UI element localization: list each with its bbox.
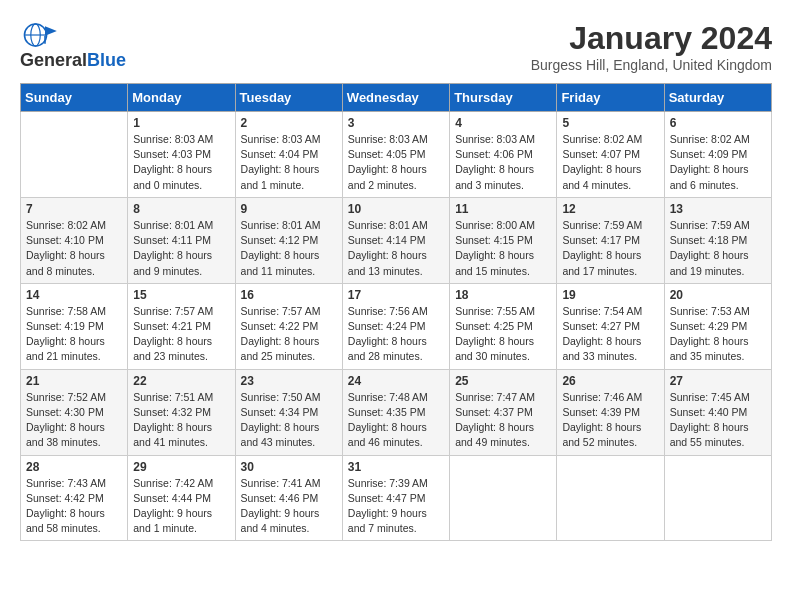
day-info: Sunrise: 7:57 AM Sunset: 4:21 PM Dayligh… — [133, 304, 229, 365]
day-number: 4 — [455, 116, 551, 130]
calendar-cell: 17 Sunrise: 7:56 AM Sunset: 4:24 PM Dayl… — [342, 283, 449, 369]
day-number: 1 — [133, 116, 229, 130]
sunset: Sunset: 4:25 PM — [455, 320, 533, 332]
daylight: Daylight: 8 hours and 58 minutes. — [26, 507, 105, 534]
day-info: Sunrise: 7:51 AM Sunset: 4:32 PM Dayligh… — [133, 390, 229, 451]
daylight: Daylight: 9 hours and 1 minute. — [133, 507, 212, 534]
sunrise: Sunrise: 8:01 AM — [241, 219, 321, 231]
sunrise: Sunrise: 7:42 AM — [133, 477, 213, 489]
calendar-cell: 20 Sunrise: 7:53 AM Sunset: 4:29 PM Dayl… — [664, 283, 771, 369]
day-info: Sunrise: 7:46 AM Sunset: 4:39 PM Dayligh… — [562, 390, 658, 451]
day-number: 8 — [133, 202, 229, 216]
sunrise: Sunrise: 7:54 AM — [562, 305, 642, 317]
day-info: Sunrise: 8:01 AM Sunset: 4:12 PM Dayligh… — [241, 218, 337, 279]
sunset: Sunset: 4:07 PM — [562, 148, 640, 160]
day-number: 16 — [241, 288, 337, 302]
day-info: Sunrise: 7:41 AM Sunset: 4:46 PM Dayligh… — [241, 476, 337, 537]
sunset: Sunset: 4:06 PM — [455, 148, 533, 160]
sunset: Sunset: 4:19 PM — [26, 320, 104, 332]
daylight: Daylight: 8 hours and 49 minutes. — [455, 421, 534, 448]
calendar-cell: 8 Sunrise: 8:01 AM Sunset: 4:11 PM Dayli… — [128, 197, 235, 283]
calendar-cell: 10 Sunrise: 8:01 AM Sunset: 4:14 PM Dayl… — [342, 197, 449, 283]
day-number: 30 — [241, 460, 337, 474]
sunrise: Sunrise: 7:56 AM — [348, 305, 428, 317]
calendar-cell: 21 Sunrise: 7:52 AM Sunset: 4:30 PM Dayl… — [21, 369, 128, 455]
sunset: Sunset: 4:29 PM — [670, 320, 748, 332]
logo: General Blue — [20, 20, 126, 71]
sunset: Sunset: 4:44 PM — [133, 492, 211, 504]
day-info: Sunrise: 8:03 AM Sunset: 4:05 PM Dayligh… — [348, 132, 444, 193]
sunrise: Sunrise: 7:41 AM — [241, 477, 321, 489]
daylight: Daylight: 8 hours and 2 minutes. — [348, 163, 427, 190]
day-info: Sunrise: 7:52 AM Sunset: 4:30 PM Dayligh… — [26, 390, 122, 451]
daylight: Daylight: 8 hours and 33 minutes. — [562, 335, 641, 362]
calendar-cell: 28 Sunrise: 7:43 AM Sunset: 4:42 PM Dayl… — [21, 455, 128, 541]
day-info: Sunrise: 7:54 AM Sunset: 4:27 PM Dayligh… — [562, 304, 658, 365]
sunrise: Sunrise: 7:57 AM — [241, 305, 321, 317]
header: General Blue January 2024 Burgess Hill, … — [20, 20, 772, 73]
daylight: Daylight: 8 hours and 9 minutes. — [133, 249, 212, 276]
daylight: Daylight: 8 hours and 41 minutes. — [133, 421, 212, 448]
header-tuesday: Tuesday — [235, 84, 342, 112]
day-number: 3 — [348, 116, 444, 130]
calendar-cell: 13 Sunrise: 7:59 AM Sunset: 4:18 PM Dayl… — [664, 197, 771, 283]
daylight: Daylight: 8 hours and 46 minutes. — [348, 421, 427, 448]
sunset: Sunset: 4:05 PM — [348, 148, 426, 160]
location: Burgess Hill, England, United Kingdom — [531, 57, 772, 73]
sunrise: Sunrise: 7:55 AM — [455, 305, 535, 317]
logo-icon — [20, 20, 70, 50]
calendar-cell: 16 Sunrise: 7:57 AM Sunset: 4:22 PM Dayl… — [235, 283, 342, 369]
title-area: January 2024 Burgess Hill, England, Unit… — [531, 20, 772, 73]
calendar-cell — [557, 455, 664, 541]
svg-marker-3 — [45, 26, 57, 35]
daylight: Daylight: 8 hours and 8 minutes. — [26, 249, 105, 276]
calendar-week-3: 14 Sunrise: 7:58 AM Sunset: 4:19 PM Dayl… — [21, 283, 772, 369]
day-number: 7 — [26, 202, 122, 216]
day-info: Sunrise: 7:50 AM Sunset: 4:34 PM Dayligh… — [241, 390, 337, 451]
sunset: Sunset: 4:21 PM — [133, 320, 211, 332]
daylight: Daylight: 9 hours and 7 minutes. — [348, 507, 427, 534]
day-info: Sunrise: 8:01 AM Sunset: 4:14 PM Dayligh… — [348, 218, 444, 279]
daylight: Daylight: 8 hours and 4 minutes. — [562, 163, 641, 190]
calendar-cell: 5 Sunrise: 8:02 AM Sunset: 4:07 PM Dayli… — [557, 112, 664, 198]
month-title: January 2024 — [531, 20, 772, 57]
sunset: Sunset: 4:40 PM — [670, 406, 748, 418]
day-number: 10 — [348, 202, 444, 216]
sunset: Sunset: 4:34 PM — [241, 406, 319, 418]
day-number: 31 — [348, 460, 444, 474]
calendar-cell: 7 Sunrise: 8:02 AM Sunset: 4:10 PM Dayli… — [21, 197, 128, 283]
sunrise: Sunrise: 7:47 AM — [455, 391, 535, 403]
daylight: Daylight: 8 hours and 17 minutes. — [562, 249, 641, 276]
sunset: Sunset: 4:35 PM — [348, 406, 426, 418]
day-number: 6 — [670, 116, 766, 130]
day-info: Sunrise: 8:00 AM Sunset: 4:15 PM Dayligh… — [455, 218, 551, 279]
day-number: 11 — [455, 202, 551, 216]
header-thursday: Thursday — [450, 84, 557, 112]
daylight: Daylight: 8 hours and 3 minutes. — [455, 163, 534, 190]
sunset: Sunset: 4:27 PM — [562, 320, 640, 332]
calendar-cell: 27 Sunrise: 7:45 AM Sunset: 4:40 PM Dayl… — [664, 369, 771, 455]
calendar-cell: 2 Sunrise: 8:03 AM Sunset: 4:04 PM Dayli… — [235, 112, 342, 198]
day-info: Sunrise: 7:58 AM Sunset: 4:19 PM Dayligh… — [26, 304, 122, 365]
sunrise: Sunrise: 7:39 AM — [348, 477, 428, 489]
sunrise: Sunrise: 7:59 AM — [562, 219, 642, 231]
daylight: Daylight: 8 hours and 55 minutes. — [670, 421, 749, 448]
calendar-cell: 9 Sunrise: 8:01 AM Sunset: 4:12 PM Dayli… — [235, 197, 342, 283]
daylight: Daylight: 8 hours and 6 minutes. — [670, 163, 749, 190]
daylight: Daylight: 8 hours and 30 minutes. — [455, 335, 534, 362]
day-info: Sunrise: 7:57 AM Sunset: 4:22 PM Dayligh… — [241, 304, 337, 365]
calendar-table: SundayMondayTuesdayWednesdayThursdayFrid… — [20, 83, 772, 541]
calendar-cell: 12 Sunrise: 7:59 AM Sunset: 4:17 PM Dayl… — [557, 197, 664, 283]
day-number: 18 — [455, 288, 551, 302]
calendar-cell — [664, 455, 771, 541]
day-info: Sunrise: 7:59 AM Sunset: 4:18 PM Dayligh… — [670, 218, 766, 279]
sunrise: Sunrise: 7:48 AM — [348, 391, 428, 403]
sunrise: Sunrise: 8:03 AM — [241, 133, 321, 145]
day-info: Sunrise: 7:39 AM Sunset: 4:47 PM Dayligh… — [348, 476, 444, 537]
daylight: Daylight: 8 hours and 28 minutes. — [348, 335, 427, 362]
calendar-cell: 25 Sunrise: 7:47 AM Sunset: 4:37 PM Dayl… — [450, 369, 557, 455]
calendar-cell: 24 Sunrise: 7:48 AM Sunset: 4:35 PM Dayl… — [342, 369, 449, 455]
day-number: 19 — [562, 288, 658, 302]
sunrise: Sunrise: 7:57 AM — [133, 305, 213, 317]
sunrise: Sunrise: 7:45 AM — [670, 391, 750, 403]
